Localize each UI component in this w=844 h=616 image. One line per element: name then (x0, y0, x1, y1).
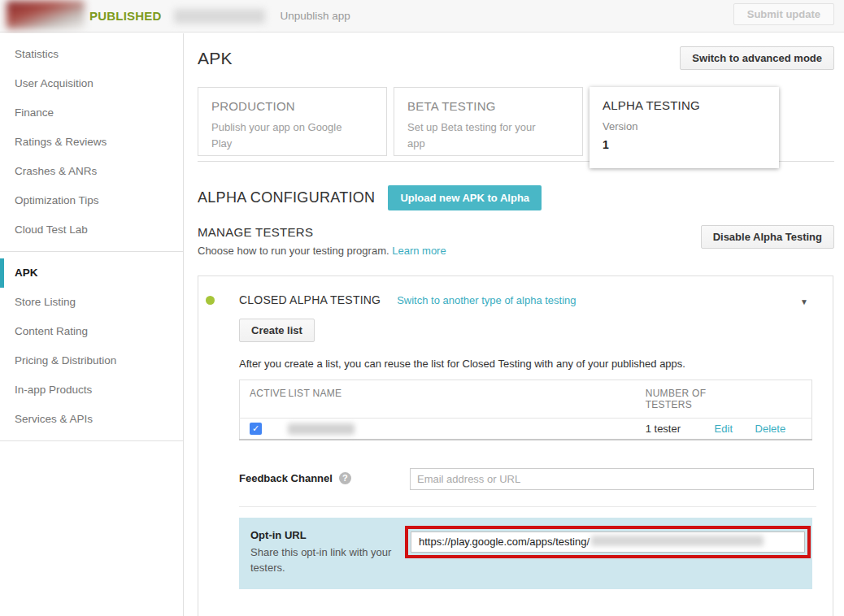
publish-status-badge: PUBLISHED (89, 9, 161, 23)
sidebar-item-apk[interactable]: APK (0, 258, 183, 288)
optin-url-input[interactable]: https://play.google.com/apps/testing/ (411, 531, 805, 553)
main-content: APK Switch to advanced mode PRODUCTIONPu… (185, 33, 844, 616)
disable-alpha-testing-button[interactable]: Disable Alpha Testing (701, 225, 834, 249)
list-name-cell (288, 419, 645, 440)
optin-url-section: Opt-in URL Share this opt-in link with y… (239, 518, 812, 589)
sidebar-item-services-apis[interactable]: Services & APIs (0, 405, 183, 434)
optin-url-description: Share this opt-in link with your testers… (250, 545, 409, 576)
optin-url-text: https://play.google.com/apps/testing/ (419, 536, 589, 548)
status-dot-icon (206, 296, 215, 305)
feedback-channel-label: Feedback Channel (239, 472, 333, 484)
manage-testers-heading: MANAGE TESTERS (198, 225, 446, 239)
testers-count-cell: 1 tester (646, 419, 715, 440)
create-list-button[interactable]: Create list (239, 319, 315, 342)
tab-version-number: 1 (603, 138, 766, 151)
table-header-empty (715, 380, 755, 419)
sidebar-item-content-rating[interactable]: Content Rating (0, 317, 183, 346)
switch-advanced-mode-button[interactable]: Switch to advanced mode (680, 46, 834, 70)
alpha-configuration-heading: ALPHA CONFIGURATION (198, 189, 375, 206)
delete-link[interactable]: Delete (755, 423, 786, 435)
sidebar-item-crashes-anrs[interactable]: Crashes & ANRs (0, 157, 183, 186)
table-header-list-name: LIST NAME (288, 380, 645, 419)
active-cell: ✓ (240, 419, 289, 440)
tab-alpha-testing[interactable]: ALPHA TESTINGVersion1 (589, 87, 779, 168)
sidebar-item-statistics[interactable]: Statistics (0, 40, 183, 69)
sidebar-item-user-acquisition[interactable]: User Acquisition (0, 69, 183, 98)
submit-update-button[interactable]: Submit update (733, 3, 834, 25)
table-header-active: ACTIVE (240, 380, 289, 419)
table-header-number-of-testers: NUMBER OF TESTERS (646, 380, 715, 419)
learn-more-link[interactable]: Learn more (392, 245, 446, 257)
tab-title: BETA TESTING (407, 99, 569, 113)
sidebar-item-pricing-distribution[interactable]: Pricing & Distribution (0, 346, 183, 375)
redacted-app-name (174, 9, 265, 24)
tab-subtitle: Publish your app on Google Play (211, 119, 350, 151)
sidebar-item-finance[interactable]: Finance (0, 98, 183, 128)
section-divider (239, 506, 816, 507)
sidebar-item-optimization-tips[interactable]: Optimization Tips (0, 186, 183, 215)
tab-production[interactable]: PRODUCTIONPublish your app on Google Pla… (198, 87, 387, 156)
edit-cell: Edit (715, 419, 755, 440)
tab-title: PRODUCTION (211, 99, 373, 113)
sidebar-divider (0, 440, 183, 441)
app-logo (7, 1, 85, 29)
manage-testers-subtext: Choose how to run your testing program. … (198, 245, 446, 257)
delete-cell: Delete (755, 419, 812, 440)
annotation-highlight: https://play.google.com/apps/testing/ (405, 526, 811, 558)
help-icon[interactable]: ? (339, 472, 351, 484)
edit-link[interactable]: Edit (715, 423, 733, 435)
sidebar-item-ratings-reviews[interactable]: Ratings & Reviews (0, 128, 183, 157)
release-track-tabs: PRODUCTIONPublish your app on Google Pla… (198, 87, 834, 162)
sidebar-divider (0, 251, 183, 252)
tab-title: ALPHA TESTING (603, 98, 766, 112)
closed-alpha-card: CLOSED ALPHA TESTING Switch to another t… (198, 275, 833, 616)
active-checkbox[interactable]: ✓ (250, 423, 262, 435)
sidebar: StatisticsUser AcquisitionFinanceRatings… (0, 33, 184, 616)
table-row: ✓1 testerEditDelete (240, 419, 812, 440)
chevron-down-icon[interactable]: ▼ (800, 297, 808, 306)
page-title: APK (198, 49, 233, 68)
tab-subtitle: Set up Beta testing for your app (407, 119, 546, 151)
sidebar-item-cloud-test-lab[interactable]: Cloud Test Lab (0, 215, 183, 245)
table-header-empty (755, 380, 812, 419)
unpublish-app-link[interactable]: Unpublish app (280, 10, 350, 22)
sidebar-item-store-listing[interactable]: Store Listing (0, 288, 183, 317)
redacted-list-name (288, 423, 355, 435)
tab-subtitle: Version (603, 119, 741, 135)
sidebar-item-in-app-products[interactable]: In-app Products (0, 375, 183, 405)
manage-testers-text: Choose how to run your testing program. (198, 245, 389, 257)
topbar: PUBLISHED Unpublish app Submit update (0, 0, 844, 33)
redacted-url-suffix (591, 536, 764, 546)
tester-lists-table: ACTIVELIST NAMENUMBER OF TESTERS ✓1 test… (239, 380, 812, 440)
upload-apk-button[interactable]: Upload new APK to Alpha (388, 185, 542, 210)
reuse-list-note: After you create a list, you can reuse t… (239, 358, 816, 370)
feedback-channel-input[interactable] (410, 468, 814, 490)
closed-alpha-heading: CLOSED ALPHA TESTING (239, 293, 381, 306)
switch-alpha-type-link[interactable]: Switch to another type of alpha testing (397, 294, 576, 306)
optin-url-label: Opt-in URL (250, 529, 409, 541)
tab-beta-testing[interactable]: BETA TESTINGSet up Beta testing for your… (394, 87, 583, 156)
